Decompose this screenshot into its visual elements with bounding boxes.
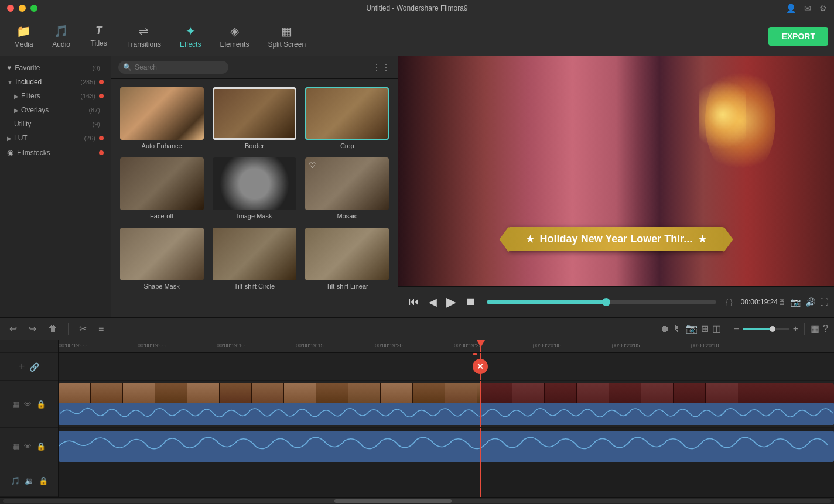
music-track bbox=[59, 465, 834, 497]
scroll-thumb[interactable] bbox=[334, 499, 452, 503]
undo-button[interactable]: ↩ bbox=[6, 321, 20, 337]
ruler-mark-7: 00:00:20:05 bbox=[612, 342, 640, 348]
stop-button[interactable]: ⏹ bbox=[461, 293, 481, 310]
music-lock-icon[interactable]: 🔒 bbox=[39, 476, 48, 485]
track-audio-eye-icon[interactable]: 👁 bbox=[24, 442, 32, 451]
minimize-button[interactable] bbox=[19, 5, 26, 12]
sidebar-included-count: (285) bbox=[80, 78, 95, 85]
search-input[interactable] bbox=[118, 61, 228, 74]
nav-effects[interactable]: ✦ Effects bbox=[172, 20, 209, 52]
chevron-right-icon-lut: ▶ bbox=[7, 135, 12, 142]
nav-effects-label: Effects bbox=[180, 40, 201, 49]
sidebar-item-included[interactable]: ▼ Included (285) bbox=[0, 75, 111, 89]
sidebar-item-favorite[interactable]: ♥ Favorite (0) bbox=[0, 61, 111, 75]
playhead-audio-track bbox=[480, 428, 481, 465]
fullscreen-icon[interactable]: ⛶ bbox=[820, 297, 828, 307]
filmstocks-icon: ◉ bbox=[7, 148, 13, 157]
nav-split-screen[interactable]: ▦ Split Screen bbox=[259, 20, 314, 52]
effect-thumb-tiltshift-linear bbox=[305, 228, 389, 280]
list-button[interactable]: ≡ bbox=[95, 321, 107, 337]
nav-transitions[interactable]: ⇌ Transitions bbox=[119, 20, 169, 52]
nav-media[interactable]: 📁 Media bbox=[6, 20, 42, 52]
redo-button[interactable]: ↪ bbox=[25, 321, 40, 337]
traffic-lights bbox=[7, 5, 37, 12]
ruler-marks: 00:00:19:00 00:00:19:05 00:00:19:10 00:0… bbox=[59, 340, 834, 352]
track-eye-icon[interactable]: 👁 bbox=[24, 400, 32, 409]
effect-border[interactable]: Border bbox=[210, 85, 299, 152]
track-empty-overlay: ✕ bbox=[59, 353, 834, 381]
playhead-top bbox=[477, 340, 485, 347]
track-grid-icon: ▦ bbox=[12, 400, 19, 409]
monitor-icon[interactable]: 🖥 bbox=[778, 297, 786, 307]
record-button[interactable]: ⏺ bbox=[660, 324, 669, 334]
pip-icon[interactable]: ⊞ bbox=[701, 323, 709, 334]
skip-back-button[interactable]: ⏮ bbox=[404, 293, 424, 310]
mail-icon: ✉ bbox=[804, 4, 811, 13]
sidebar-overlays-count: (87) bbox=[88, 107, 100, 114]
playhead-ruler bbox=[480, 340, 481, 352]
nav-audio[interactable]: 🎵 Audio bbox=[44, 20, 79, 52]
effect-thumb-shapemask bbox=[120, 228, 204, 280]
export-button[interactable]: EXPORT bbox=[768, 27, 828, 46]
media-icon: 📁 bbox=[16, 24, 31, 38]
add-track-icon[interactable]: + bbox=[19, 361, 25, 373]
snapshot-tl-icon[interactable]: 📷 bbox=[686, 323, 698, 334]
lower-third-text: Holiday New Year Lower Thir... bbox=[540, 233, 693, 245]
effect-label-shape-mask: Shape Mask bbox=[144, 283, 180, 290]
effect-mosaic[interactable]: ♡ Mosaic bbox=[303, 155, 392, 222]
ruler-offset bbox=[0, 340, 58, 353]
effect-tiltshift-circle[interactable]: Tilt-shift Circle bbox=[210, 225, 299, 292]
play-button[interactable]: ▶ bbox=[442, 292, 461, 312]
close-button[interactable] bbox=[7, 5, 14, 12]
effect-crop[interactable]: Crop bbox=[303, 85, 392, 152]
nav-titles[interactable]: T Titles bbox=[81, 21, 117, 51]
effect-face-off[interactable]: Face-off bbox=[117, 155, 206, 222]
effect-auto-enhance[interactable]: Auto Enhance bbox=[117, 85, 206, 152]
elements-icon: ◈ bbox=[230, 24, 239, 38]
sidebar-item-filmstocks[interactable]: ◉ Filmstocks bbox=[0, 145, 111, 160]
progress-fill bbox=[487, 300, 606, 304]
grid-view-icon[interactable]: ▦ bbox=[811, 323, 819, 334]
track-lock-icon[interactable]: 🔒 bbox=[36, 400, 46, 409]
voiceover-icon[interactable]: 🎙 bbox=[673, 324, 682, 334]
ruler-mark-4: 00:00:19:20 bbox=[375, 342, 403, 348]
timeline-area: ↩ ↪ 🗑 ✂ ≡ ⏺ 🎙 📷 ⊞ ◫ − + ▦ ? bbox=[0, 317, 834, 504]
zoom-out-button[interactable]: − bbox=[733, 324, 739, 334]
window-title: Untitled - Wondershare Filmora9 bbox=[366, 4, 467, 12]
link-icon[interactable]: 🔗 bbox=[29, 362, 39, 372]
step-back-button[interactable]: ◀ bbox=[424, 293, 442, 311]
sidebar-item-filters[interactable]: ▶ Filters (163) bbox=[0, 89, 111, 103]
preview-scene: ★ Holiday New Year Lower Thir... ★ bbox=[398, 56, 834, 286]
snapshot-icon[interactable]: 📷 bbox=[791, 297, 801, 307]
sidebar-item-utility[interactable]: Utility (9) bbox=[0, 117, 111, 131]
nav-transitions-label: Transitions bbox=[127, 40, 161, 49]
scroll-track[interactable] bbox=[3, 499, 831, 503]
transitions-icon: ⇌ bbox=[139, 24, 149, 38]
ruler-mark-1: 00:00:19:05 bbox=[138, 342, 166, 348]
zoom-in-button[interactable]: + bbox=[793, 324, 798, 334]
effect-shape-mask[interactable]: Shape Mask bbox=[117, 225, 206, 292]
grid-toggle-icon[interactable]: ⋮⋮ bbox=[372, 62, 391, 73]
effects-sidebar: ♥ Favorite (0) ▼ Included (285) ▶ Filter… bbox=[0, 56, 111, 317]
help-icon[interactable]: ? bbox=[823, 324, 828, 334]
music-vol-icon[interactable]: 🔉 bbox=[25, 476, 34, 485]
banner-notch-right bbox=[723, 227, 733, 252]
mosaic-tl-icon[interactable]: ◫ bbox=[712, 323, 721, 334]
progress-bar[interactable] bbox=[487, 300, 716, 304]
track-audio-lock-icon[interactable]: 🔒 bbox=[36, 442, 46, 451]
timeline-scrollbar[interactable] bbox=[0, 497, 834, 504]
maximize-button[interactable] bbox=[30, 5, 37, 12]
settings-icon: ⚙ bbox=[819, 4, 827, 13]
sidebar-item-overlays[interactable]: ▶ Overlays (87) bbox=[0, 103, 111, 117]
cut-button[interactable]: ✂ bbox=[76, 321, 90, 337]
effect-image-mask[interactable]: Image Mask bbox=[210, 155, 299, 222]
sidebar-item-lut[interactable]: ▶ LUT (26) bbox=[0, 131, 111, 145]
effect-thumb-mosaic: ♡ bbox=[305, 157, 389, 210]
delete-button[interactable]: 🗑 bbox=[45, 321, 61, 337]
effect-tiltshift-linear[interactable]: Tilt-shift Linear bbox=[303, 225, 392, 292]
volume-icon[interactable]: 🔊 bbox=[805, 297, 815, 307]
zoom-slider[interactable] bbox=[743, 328, 789, 330]
nav-elements[interactable]: ◈ Elements bbox=[211, 20, 257, 52]
banner-notch-left bbox=[500, 227, 509, 252]
effect-thumb-tiltshift-circle bbox=[213, 228, 296, 280]
